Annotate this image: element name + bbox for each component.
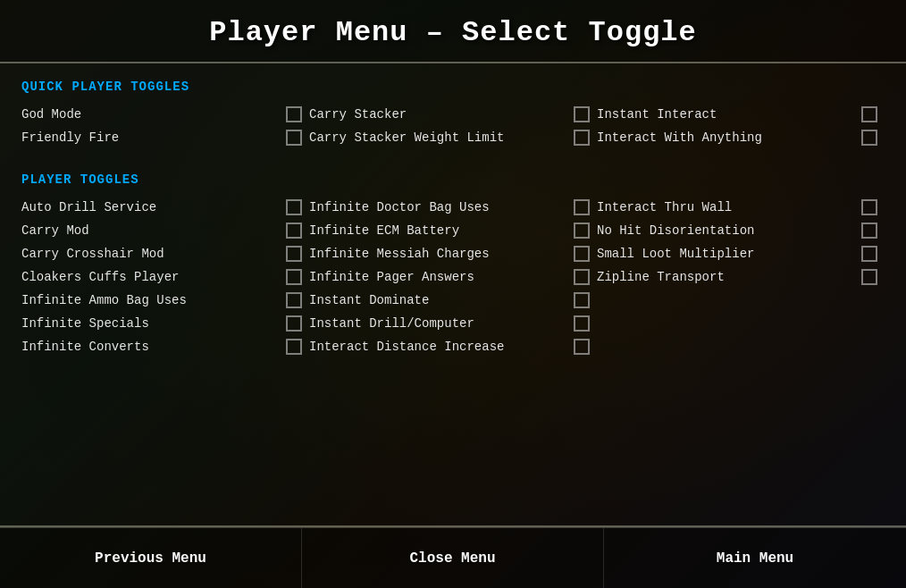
toggle-small-loot-multiplier-box[interactable] bbox=[861, 246, 877, 262]
toggle-inf-doctor-bag-label: Infinite Doctor Bag Uses bbox=[309, 200, 495, 214]
close-menu-button[interactable]: Close Menu bbox=[302, 528, 604, 588]
toggle-zipline-transport-box[interactable] bbox=[861, 269, 877, 285]
toggle-cloakers-cuffs-box[interactable] bbox=[286, 269, 302, 285]
toggle-small-loot-multiplier-label: Small Loot Multiplier bbox=[597, 247, 759, 261]
toggle-interact-thru-wall-box[interactable] bbox=[861, 199, 877, 215]
toggle-auto-drill-label: Auto Drill Service bbox=[21, 200, 162, 214]
section-gap bbox=[21, 149, 885, 164]
quick-toggles-section: QUICK PLAYER TOGGLES God Mode Friendly F… bbox=[21, 80, 885, 149]
toggle-friendly-fire-box[interactable] bbox=[286, 130, 302, 146]
quick-toggles-grid: God Mode Friendly Fire Carry Stacker bbox=[21, 103, 885, 149]
toggle-friendly-fire[interactable]: Friendly Fire bbox=[21, 126, 309, 149]
toggle-instant-drill-box[interactable] bbox=[574, 315, 590, 332]
toggle-carry-stacker-label: Carry Stacker bbox=[309, 107, 412, 122]
quick-col-1: God Mode Friendly Fire bbox=[21, 103, 309, 149]
toggle-infinite-ammo-bag-box[interactable] bbox=[286, 292, 302, 308]
toggle-inf-doctor-bag-box[interactable] bbox=[574, 199, 590, 215]
toggle-carry-stacker[interactable]: Carry Stacker bbox=[309, 103, 597, 126]
toggle-inf-pager[interactable]: Infinite Pager Answers bbox=[309, 265, 597, 289]
toggle-instant-dominate-box[interactable] bbox=[574, 292, 590, 308]
player-col-1: Auto Drill Service Carry Mod Carry Cross… bbox=[21, 196, 309, 358]
toggle-no-hit-disorientation[interactable]: No Hit Disorientation bbox=[597, 219, 885, 242]
toggle-no-hit-disorientation-box[interactable] bbox=[861, 223, 877, 239]
toggle-instant-interact-label: Instant Interact bbox=[597, 107, 722, 122]
toggle-carry-mod-label: Carry Mod bbox=[21, 223, 95, 238]
toggle-carry-stacker-box[interactable] bbox=[574, 106, 590, 122]
toggle-inf-messiah-box[interactable] bbox=[574, 246, 590, 262]
toggle-inf-pager-label: Infinite Pager Answers bbox=[309, 270, 480, 284]
toggle-infinite-converts-box[interactable] bbox=[286, 339, 302, 355]
content-area: QUICK PLAYER TOGGLES God Mode Friendly F… bbox=[0, 63, 906, 527]
player-col-3: Interact Thru Wall No Hit Disorientation… bbox=[597, 196, 885, 358]
toggle-interact-thru-wall-label: Interact Thru Wall bbox=[597, 200, 737, 214]
footer: Previous Menu Close Menu Main Menu bbox=[0, 527, 906, 588]
main-menu-button[interactable]: Main Menu bbox=[604, 528, 906, 588]
toggle-carry-stacker-weight-box[interactable] bbox=[574, 130, 590, 146]
toggle-god-mode[interactable]: God Mode bbox=[21, 103, 309, 126]
toggle-interact-with-anything[interactable]: Interact With Anything bbox=[597, 126, 885, 149]
toggle-inf-pager-box[interactable] bbox=[574, 269, 590, 285]
toggle-interact-with-anything-box[interactable] bbox=[861, 130, 877, 146]
toggle-infinite-ammo-bag-label: Infinite Ammo Bag Uses bbox=[21, 293, 192, 307]
toggle-inf-messiah[interactable]: Infinite Messiah Charges bbox=[309, 242, 597, 265]
toggle-instant-drill-label: Instant Drill/Computer bbox=[309, 316, 480, 331]
toggle-instant-interact-box[interactable] bbox=[861, 106, 877, 122]
toggle-interact-thru-wall[interactable]: Interact Thru Wall bbox=[597, 196, 885, 219]
toggle-inf-ecm-battery-label: Infinite ECM Battery bbox=[309, 223, 465, 238]
toggle-infinite-specials[interactable]: Infinite Specials bbox=[21, 312, 309, 335]
quick-col-3: Instant Interact Interact With Anything bbox=[597, 103, 885, 149]
toggle-cloakers-cuffs-label: Cloakers Cuffs Player bbox=[21, 270, 184, 284]
main-container: Player Menu – Select Toggle QUICK PLAYER… bbox=[0, 0, 906, 588]
toggle-interact-distance-label: Interact Distance Increase bbox=[309, 340, 509, 354]
page-title: Player Menu – Select Toggle bbox=[0, 16, 906, 49]
toggle-inf-ecm-battery[interactable]: Infinite ECM Battery bbox=[309, 219, 597, 242]
previous-menu-button[interactable]: Previous Menu bbox=[0, 528, 302, 588]
toggle-infinite-specials-label: Infinite Specials bbox=[21, 316, 155, 331]
toggle-infinite-converts[interactable]: Infinite Converts bbox=[21, 335, 309, 358]
player-col-2: Infinite Doctor Bag Uses Infinite ECM Ba… bbox=[309, 196, 597, 358]
toggle-instant-dominate[interactable]: Instant Dominate bbox=[309, 289, 597, 312]
toggle-inf-ecm-battery-box[interactable] bbox=[574, 223, 590, 239]
toggle-carry-stacker-weight[interactable]: Carry Stacker Weight Limit bbox=[309, 126, 597, 149]
toggle-instant-dominate-label: Instant Dominate bbox=[309, 293, 434, 307]
toggle-god-mode-box[interactable] bbox=[286, 106, 302, 122]
toggle-inf-doctor-bag[interactable]: Infinite Doctor Bag Uses bbox=[309, 196, 597, 219]
player-toggles-section: PLAYER TOGGLES Auto Drill Service Carry … bbox=[21, 172, 885, 358]
toggle-carry-crosshair-box[interactable] bbox=[286, 246, 302, 262]
toggle-auto-drill-box[interactable] bbox=[286, 199, 302, 215]
toggle-friendly-fire-label: Friendly Fire bbox=[21, 130, 124, 145]
toggle-god-mode-label: God Mode bbox=[21, 107, 87, 122]
toggle-interact-with-anything-label: Interact With Anything bbox=[597, 130, 768, 145]
header: Player Menu – Select Toggle bbox=[0, 0, 906, 63]
toggle-carry-stacker-weight-label: Carry Stacker Weight Limit bbox=[309, 130, 509, 145]
toggle-cloakers-cuffs[interactable]: Cloakers Cuffs Player bbox=[21, 265, 309, 289]
quick-col-2: Carry Stacker Carry Stacker Weight Limit bbox=[309, 103, 597, 149]
toggle-infinite-converts-label: Infinite Converts bbox=[21, 340, 155, 354]
toggle-infinite-ammo-bag[interactable]: Infinite Ammo Bag Uses bbox=[21, 289, 309, 312]
toggle-no-hit-disorientation-label: No Hit Disorientation bbox=[597, 223, 759, 238]
toggle-infinite-specials-box[interactable] bbox=[286, 315, 302, 332]
toggle-zipline-transport[interactable]: Zipline Transport bbox=[597, 265, 885, 289]
toggle-inf-messiah-label: Infinite Messiah Charges bbox=[309, 247, 495, 261]
player-toggles-grid: Auto Drill Service Carry Mod Carry Cross… bbox=[21, 196, 885, 358]
toggle-interact-distance[interactable]: Interact Distance Increase bbox=[309, 335, 597, 358]
toggle-carry-mod[interactable]: Carry Mod bbox=[21, 219, 309, 242]
quick-toggles-label: QUICK PLAYER TOGGLES bbox=[21, 80, 885, 94]
toggle-auto-drill[interactable]: Auto Drill Service bbox=[21, 196, 309, 219]
player-toggles-label: PLAYER TOGGLES bbox=[21, 172, 885, 187]
toggle-zipline-transport-label: Zipline Transport bbox=[597, 270, 730, 284]
toggle-interact-distance-box[interactable] bbox=[574, 339, 590, 355]
toggle-instant-drill[interactable]: Instant Drill/Computer bbox=[309, 312, 597, 335]
toggle-carry-crosshair[interactable]: Carry Crosshair Mod bbox=[21, 242, 309, 265]
toggle-small-loot-multiplier[interactable]: Small Loot Multiplier bbox=[597, 242, 885, 265]
toggle-carry-mod-box[interactable] bbox=[286, 223, 302, 239]
toggle-instant-interact[interactable]: Instant Interact bbox=[597, 103, 885, 126]
toggle-carry-crosshair-label: Carry Crosshair Mod bbox=[21, 247, 170, 261]
